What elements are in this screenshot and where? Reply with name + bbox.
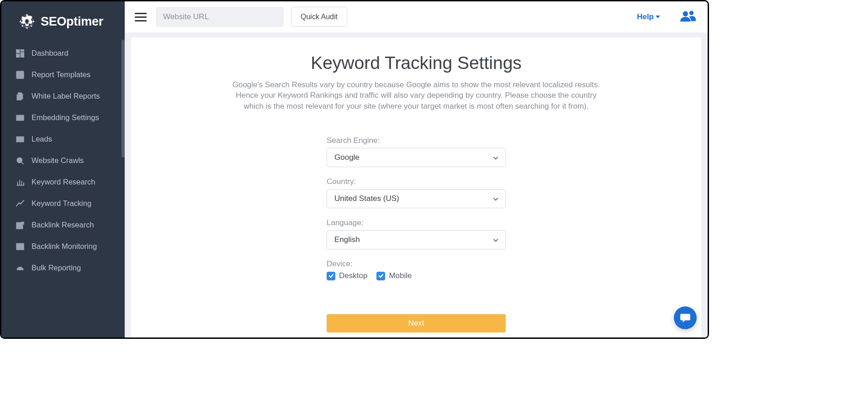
- sidebar-item-label: Backlink Monitoring: [32, 242, 97, 251]
- device-desktop-label: Desktop: [339, 271, 367, 280]
- device-label: Device:: [327, 259, 506, 269]
- sidebar-item-website-crawls[interactable]: Website Crawls: [1, 150, 125, 171]
- page-title: Keyword Tracking Settings: [149, 53, 683, 73]
- sidebar-item-leads[interactable]: Leads: [1, 128, 125, 150]
- country-select[interactable]: United States (US): [327, 189, 506, 208]
- page-description: Google's Search Results vary by country …: [229, 79, 603, 111]
- sidebar-item-label: Keyword Tracking: [32, 199, 91, 208]
- chevron-down-icon: [492, 237, 499, 243]
- svg-rect-4: [16, 54, 20, 58]
- chevron-down-icon: [492, 154, 499, 161]
- website-url-input[interactable]: [156, 7, 284, 27]
- sidebar-nav: Dashboard Report Templates White Label R…: [1, 42, 125, 279]
- dashboard-icon: [16, 49, 24, 58]
- sidebar-item-label: Bulk Reporting: [32, 263, 81, 272]
- chat-launcher-icon[interactable]: [674, 306, 697, 329]
- embed-icon: [16, 114, 24, 122]
- checkbox-checked-icon: [327, 272, 335, 280]
- content-scroll[interactable]: Keyword Tracking Settings Google's Searc…: [125, 33, 708, 337]
- sidebar-item-label: Embedding Settings: [32, 113, 99, 122]
- settings-form: Search Engine: Google Country: United St…: [327, 136, 506, 332]
- search-engine-value: Google: [334, 153, 360, 162]
- settings-card: Keyword Tracking Settings Google's Searc…: [131, 37, 701, 337]
- brand-logo-icon: [18, 12, 36, 31]
- menu-toggle-icon[interactable]: [135, 11, 148, 23]
- mail-icon: [16, 135, 24, 143]
- sidebar-item-label: White Label Reports: [32, 92, 100, 100]
- sidebar-item-label: Backlink Research: [32, 221, 94, 229]
- sidebar-item-bulk-reporting[interactable]: Bulk Reporting: [1, 257, 125, 279]
- svg-point-14: [689, 11, 693, 15]
- sidebar-item-white-label-reports[interactable]: White Label Reports: [1, 85, 125, 107]
- search-engine-select[interactable]: Google: [327, 148, 506, 167]
- external-link-icon: [16, 221, 24, 229]
- sidebar: SEOptimer Dashboard Report Templates Whi…: [1, 1, 125, 337]
- edit-icon: [16, 71, 24, 79]
- sidebar-item-label: Report Templates: [32, 70, 90, 79]
- sidebar-item-report-templates[interactable]: Report Templates: [1, 64, 125, 85]
- sidebar-item-label: Website Crawls: [32, 156, 84, 165]
- svg-rect-1: [16, 49, 20, 53]
- svg-rect-3: [21, 52, 24, 57]
- brand-logo[interactable]: SEOptimer: [1, 1, 125, 42]
- help-dropdown[interactable]: Help: [637, 12, 660, 21]
- sidebar-item-label: Dashboard: [32, 49, 69, 58]
- svg-point-8: [17, 158, 22, 163]
- sidebar-item-backlink-monitoring[interactable]: Backlink Monitoring: [1, 236, 125, 257]
- bar-chart-icon: [16, 178, 24, 186]
- next-button[interactable]: Next: [327, 314, 506, 332]
- language-label: Language:: [327, 218, 506, 227]
- files-icon: [16, 92, 24, 100]
- language-value: English: [334, 235, 360, 244]
- line-chart-icon: [16, 242, 24, 251]
- gauge-icon: [16, 264, 24, 272]
- chevron-down-icon: [492, 195, 499, 202]
- sidebar-item-keyword-tracking[interactable]: Keyword Tracking: [1, 193, 125, 214]
- country-label: Country:: [327, 177, 506, 186]
- help-label: Help: [637, 12, 654, 21]
- topbar: Quick Audit Help: [125, 1, 708, 33]
- sidebar-item-keyword-research[interactable]: Keyword Research: [1, 171, 125, 193]
- country-value: United States (US): [334, 194, 399, 203]
- sidebar-item-backlink-research[interactable]: Backlink Research: [1, 214, 125, 236]
- svg-rect-6: [16, 115, 24, 120]
- svg-rect-2: [21, 49, 24, 52]
- caret-down-icon: [656, 16, 660, 18]
- device-mobile-checkbox[interactable]: Mobile: [376, 271, 412, 280]
- device-mobile-label: Mobile: [389, 271, 412, 280]
- sidebar-scrollbar[interactable]: [122, 40, 125, 158]
- device-desktop-checkbox[interactable]: Desktop: [327, 271, 367, 280]
- search-icon: [16, 157, 24, 165]
- main-region: Quick Audit Help Keyword Tracking Settin…: [125, 1, 708, 337]
- sidebar-item-embedding-settings[interactable]: Embedding Settings: [1, 107, 125, 128]
- sidebar-item-label: Keyword Research: [32, 178, 95, 186]
- checkbox-checked-icon: [376, 272, 385, 280]
- search-engine-label: Search Engine:: [327, 136, 506, 145]
- trend-icon: [16, 200, 24, 208]
- svg-point-13: [683, 11, 688, 16]
- language-select[interactable]: English: [327, 230, 506, 249]
- users-icon[interactable]: [680, 10, 696, 24]
- sidebar-item-label: Leads: [32, 135, 52, 143]
- sidebar-item-dashboard[interactable]: Dashboard: [1, 42, 125, 64]
- quick-audit-button[interactable]: Quick Audit: [291, 7, 347, 27]
- brand-name: SEOptimer: [41, 15, 103, 29]
